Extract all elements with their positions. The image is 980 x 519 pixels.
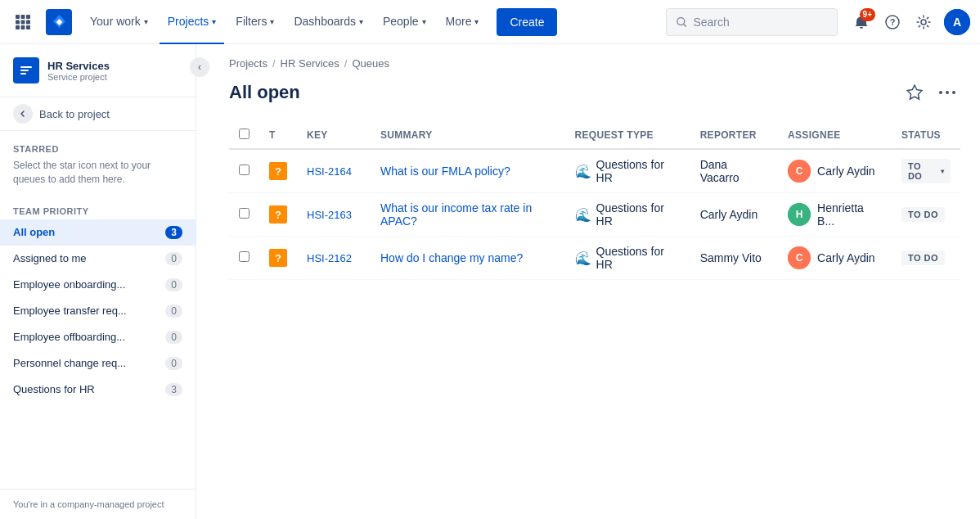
issue-summary-link[interactable]: What is our income tax rate in APAC? xyxy=(380,201,532,228)
sidebar-item-count: 3 xyxy=(165,226,182,239)
row-status-cell: TO DO ▾ xyxy=(892,149,960,193)
back-label: Back to project xyxy=(39,108,110,120)
sidebar-item-employee-offboarding[interactable]: Employee offboarding... 0 xyxy=(0,324,196,350)
row-key-cell[interactable]: HSI-2162 xyxy=(297,237,371,280)
request-type-icon: 🌊 xyxy=(575,207,591,223)
row-checkbox[interactable] xyxy=(239,165,249,175)
row-summary-cell: What is our income tax rate in APAC? xyxy=(371,193,565,237)
search-icon xyxy=(677,16,686,28)
svg-rect-7 xyxy=(21,25,25,29)
user-avatar[interactable]: A xyxy=(944,9,970,35)
breadcrumb-separator: / xyxy=(272,57,276,70)
sidebar-item-count: 0 xyxy=(165,357,182,370)
svg-rect-2 xyxy=(26,15,30,19)
breadcrumb: Projects / HR Services / Queues xyxy=(229,57,960,70)
breadcrumb-queues[interactable]: Queues xyxy=(352,57,389,70)
chevron-down-icon: ▾ xyxy=(422,17,426,26)
settings-button[interactable] xyxy=(910,8,937,36)
sidebar-footer: You're in a company-managed project xyxy=(0,489,196,519)
sidebar-collapse-button[interactable]: ‹ xyxy=(190,57,209,77)
col-assignee: Assignee xyxy=(778,122,892,149)
nav-dashboards[interactable]: Dashboards ▾ xyxy=(285,0,371,44)
breadcrumb-separator: / xyxy=(344,57,348,70)
issues-table: T Key Summary Request Type Reporter Assi… xyxy=(229,122,960,280)
row-key-cell[interactable]: HSI-2164 xyxy=(297,149,371,193)
col-status: Status xyxy=(892,122,960,149)
sidebar-item-label: Assigned to me xyxy=(13,252,87,264)
issue-type-icon: ? xyxy=(269,249,287,267)
back-icon xyxy=(13,104,33,124)
status-label: TO DO xyxy=(908,253,938,263)
svg-point-23 xyxy=(946,91,949,94)
row-checkbox-cell xyxy=(229,149,259,193)
status-badge[interactable]: TO DO xyxy=(901,250,945,265)
nav-projects[interactable]: Projects ▾ xyxy=(160,0,225,44)
row-key-cell[interactable]: HSI-2163 xyxy=(297,193,371,237)
svg-rect-18 xyxy=(20,66,32,68)
sidebar-item-employee-transfer[interactable]: Employee transfer req... 0 xyxy=(0,298,196,324)
sidebar-project-header: HR Services Service project xyxy=(0,44,196,97)
row-type-cell: ? xyxy=(259,193,297,237)
jira-logo[interactable] xyxy=(46,9,72,35)
chevron-down-icon: ▾ xyxy=(359,17,363,26)
issue-summary-link[interactable]: What is our FMLA policy? xyxy=(380,165,510,178)
row-type-cell: ? xyxy=(259,149,297,193)
table-row: ? HSI-2163 What is our income tax rate i… xyxy=(229,193,960,237)
issue-summary-link[interactable]: How do I change my name? xyxy=(380,251,523,264)
grid-menu-icon[interactable] xyxy=(10,9,36,35)
sidebar-item-assigned-to-me[interactable]: Assigned to me 0 xyxy=(0,246,196,272)
breadcrumb-projects[interactable]: Projects xyxy=(229,57,267,70)
row-summary-cell: What is our FMLA policy? xyxy=(371,149,565,193)
svg-point-14 xyxy=(921,20,926,25)
request-type-label: Questions for HR xyxy=(596,245,681,271)
row-request-type-cell: 🌊 Questions for HR xyxy=(565,193,690,237)
request-type-icon: 🌊 xyxy=(575,164,591,179)
more-options-button[interactable] xyxy=(934,79,960,106)
nav-your-work[interactable]: Your work ▾ xyxy=(82,0,156,44)
svg-rect-0 xyxy=(16,15,20,19)
status-badge[interactable]: TO DO ▾ xyxy=(901,159,951,183)
sidebar: HR Services Service project Back to proj… xyxy=(0,44,196,519)
sidebar-item-label: Employee offboarding... xyxy=(13,331,125,343)
row-status-cell: TO DO xyxy=(892,237,960,280)
request-type-label: Questions for HR xyxy=(596,201,681,228)
nav-more[interactable]: More ▾ xyxy=(438,0,488,44)
search-input[interactable] xyxy=(693,16,827,29)
table-header-row: T Key Summary Request Type Reporter Assi… xyxy=(229,122,960,149)
nav-people[interactable]: People ▾ xyxy=(375,0,434,44)
chevron-down-icon: ▾ xyxy=(474,17,479,26)
svg-text:?: ? xyxy=(890,17,896,27)
project-name: HR Services xyxy=(47,60,110,72)
select-all-checkbox[interactable] xyxy=(239,129,249,139)
create-button[interactable]: Create xyxy=(497,8,557,36)
notification-count: 9+ xyxy=(860,8,875,21)
sidebar-item-employee-onboarding[interactable]: Employee onboarding... 0 xyxy=(0,272,196,298)
status-badge[interactable]: TO DO xyxy=(901,207,945,222)
back-to-project-button[interactable]: Back to project xyxy=(0,97,196,131)
sidebar-item-all-open[interactable]: All open 3 xyxy=(0,219,196,246)
search-bar[interactable] xyxy=(666,8,838,36)
status-label: TO DO xyxy=(908,210,938,219)
page-title: All open xyxy=(229,82,300,103)
row-type-cell: ? xyxy=(259,237,297,280)
col-summary: Summary xyxy=(371,122,565,149)
page-header: All open xyxy=(229,79,960,106)
sidebar-item-personnel-change[interactable]: Personnel change req... 0 xyxy=(0,350,196,377)
star-button[interactable] xyxy=(901,79,928,106)
sidebar-item-questions-hr[interactable]: Questions for HR 3 xyxy=(0,377,196,403)
issues-table-wrapper: T Key Summary Request Type Reporter Assi… xyxy=(229,122,960,280)
breadcrumb-hr-services[interactable]: HR Services xyxy=(281,57,339,70)
svg-rect-19 xyxy=(20,70,29,71)
row-checkbox[interactable] xyxy=(239,251,249,262)
notifications-button[interactable]: 9+ xyxy=(847,8,875,36)
svg-line-11 xyxy=(684,24,686,26)
help-button[interactable]: ? xyxy=(879,8,906,36)
sidebar-item-count: 0 xyxy=(165,331,182,344)
table-row: ? HSI-2162 How do I change my name? 🌊 Qu… xyxy=(229,237,960,280)
chevron-down-icon: ▾ xyxy=(144,17,148,26)
star-icon xyxy=(906,84,923,101)
svg-text:C: C xyxy=(796,165,803,177)
row-checkbox[interactable] xyxy=(239,208,249,219)
svg-text:A: A xyxy=(953,16,961,29)
nav-filters[interactable]: Filters ▾ xyxy=(227,0,282,44)
